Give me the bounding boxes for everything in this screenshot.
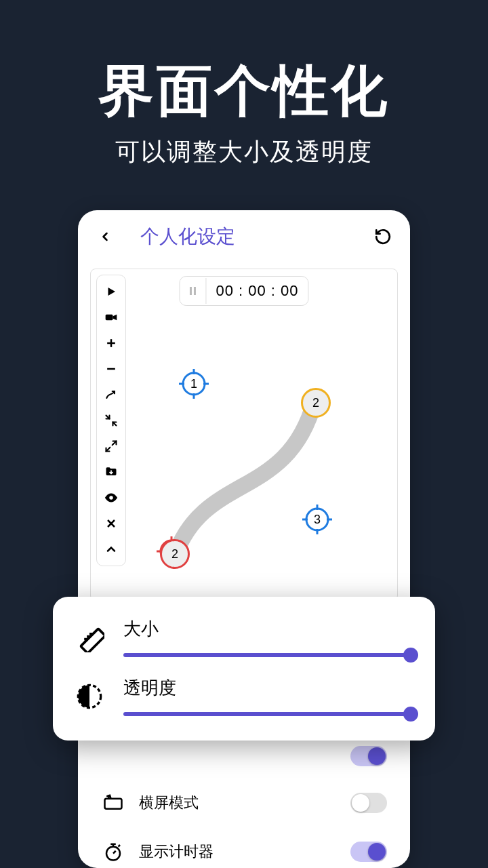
svg-rect-13 [190,287,192,295]
size-label: 大小 [123,617,416,641]
play-button[interactable] [100,281,122,302]
folder-down-icon [104,465,118,479]
setting-landscape-label: 横屏模式 [139,793,199,813]
path-start-point[interactable]: 2 [160,539,190,569]
visibility-button[interactable] [100,487,122,509]
vertical-toolbar [96,275,126,566]
back-button[interactable] [94,226,116,248]
gesture-path [138,337,369,568]
chevron-left-icon [98,230,112,243]
ruler-icon [72,620,107,655]
panel-header: 个人化设定 [78,210,410,259]
remove-button[interactable] [100,358,122,380]
svg-line-32 [113,851,116,854]
collapse-button[interactable] [100,538,122,560]
close-button[interactable] [100,513,122,534]
reset-button[interactable] [372,226,394,248]
minus-icon [104,362,118,376]
plus-icon [104,336,118,350]
record-button[interactable] [100,307,122,328]
settings-panel: 个人化设定 00 : 00 : 00 [78,210,410,868]
landscape-icon [101,791,125,815]
size-slider[interactable] [123,653,416,657]
hero-title: 界面个性化 [0,54,488,129]
svg-rect-30 [105,799,122,809]
slider-thumb[interactable] [403,648,418,663]
point-label: 2 [171,547,178,561]
stopwatch-icon [101,840,125,864]
eye-icon [104,490,119,505]
settings-list: 横屏模式 显示计时器 [90,746,398,868]
opacity-slider[interactable] [123,712,416,716]
point-label: 2 [312,396,319,410]
import-button[interactable] [100,461,122,483]
slider-thumb[interactable] [403,707,418,722]
opacity-slider-row: 透明度 [72,676,416,716]
video-icon [104,311,118,324]
svg-rect-1 [106,315,113,320]
toggle-landscape[interactable] [350,793,387,813]
pause-button[interactable] [180,278,206,304]
path-end-point[interactable]: 2 [301,388,331,418]
target-label: 1 [190,377,197,391]
setting-landscape-row: 横屏模式 [90,778,398,827]
timer-text: 00 : 00 : 00 [206,277,308,305]
preview-canvas: 00 : 00 : 00 2 2 1 3 [90,269,398,601]
chevron-up-icon [104,542,118,556]
svg-line-37 [84,637,87,641]
undo-icon [374,228,392,245]
opacity-label: 透明度 [123,676,416,700]
close-icon [104,517,118,530]
curve-button[interactable] [100,384,122,406]
setting-hidden-row [90,746,398,778]
svg-line-39 [89,632,93,635]
curve-arrow-icon [104,388,118,401]
target-3[interactable]: 3 [301,503,333,536]
target-label: 3 [314,513,321,527]
svg-rect-14 [194,287,196,295]
contract-icon [104,414,118,427]
add-button[interactable] [100,332,122,354]
svg-line-35 [119,845,121,847]
setting-timer-row: 显示计时器 [90,827,398,868]
play-icon [105,285,117,298]
expand-icon [104,439,118,453]
svg-line-38 [87,635,90,638]
toggle-hidden[interactable] [350,746,387,766]
timer-widget: 00 : 00 : 00 [179,276,308,306]
toggle-timer[interactable] [350,842,387,862]
contrast-icon [72,679,107,714]
pause-icon [186,283,199,298]
hero-subtitle: 可以调整大小及透明度 [0,136,488,169]
svg-rect-36 [81,629,104,652]
panel-title: 个人化设定 [140,224,235,250]
size-slider-row: 大小 [72,617,416,657]
svg-marker-0 [108,288,116,296]
slider-card: 大小 透明度 [53,597,435,741]
contract-button[interactable] [100,410,122,431]
expand-button[interactable] [100,435,122,457]
svg-point-10 [109,496,113,500]
svg-marker-2 [113,315,117,320]
target-1[interactable]: 1 [178,368,210,400]
setting-timer-label: 显示计时器 [139,842,214,862]
